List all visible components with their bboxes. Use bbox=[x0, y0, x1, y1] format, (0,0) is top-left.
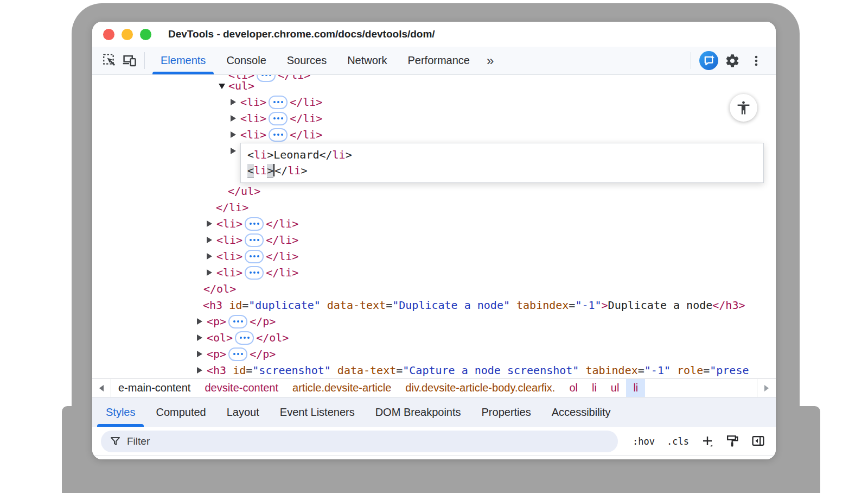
tab-network[interactable]: Network bbox=[337, 47, 397, 74]
breadcrumb-scroll-left-button[interactable] bbox=[92, 379, 111, 397]
code-token: = bbox=[246, 364, 252, 377]
dom-tree-row[interactable]: <li></li> bbox=[92, 232, 776, 248]
collapse-arrow-icon[interactable] bbox=[219, 84, 225, 89]
settings-gear-icon[interactable] bbox=[720, 53, 744, 68]
code-token: </li> bbox=[216, 201, 248, 214]
code-token: <p> bbox=[207, 347, 226, 361]
dom-tree-row[interactable]: </ol> bbox=[92, 281, 776, 297]
rendering-emulation-brush-icon[interactable] bbox=[726, 434, 739, 448]
expand-arrow-icon[interactable] bbox=[207, 253, 212, 260]
code-token: Duplicate a node bbox=[608, 299, 713, 312]
breadcrumb-item[interactable]: li bbox=[585, 379, 604, 397]
dom-tree-row[interactable]: <li></li> bbox=[92, 110, 776, 127]
dom-tree-row[interactable]: </li> bbox=[92, 199, 776, 216]
dom-tree-row[interactable]: <h3 id="screenshot" data-text="Capture a… bbox=[92, 362, 776, 378]
code-token: "screenshot" bbox=[252, 364, 331, 377]
code-token: </ bbox=[319, 148, 332, 161]
code-token: tabindex bbox=[510, 299, 569, 312]
code-token: </li> bbox=[266, 266, 298, 279]
dom-tree-row[interactable]: <p></p> bbox=[92, 313, 776, 330]
breadcrumb-item[interactable]: article.devsite-article bbox=[285, 379, 398, 397]
expand-arrow-icon[interactable] bbox=[197, 334, 202, 341]
expand-arrow-icon[interactable] bbox=[231, 115, 236, 122]
styles-tab-layout[interactable]: Layout bbox=[216, 397, 270, 427]
devtools-window: DevTools - developer.chrome.com/docs/dev… bbox=[92, 22, 776, 459]
zoom-window-button[interactable] bbox=[140, 29, 151, 40]
accessibility-widget-button[interactable] bbox=[730, 94, 757, 122]
toggle-sidebar-icon[interactable] bbox=[751, 434, 765, 448]
breadcrumb-scroll-right-button[interactable] bbox=[757, 379, 776, 397]
expand-arrow-icon[interactable] bbox=[197, 367, 202, 374]
expand-arrow-icon[interactable] bbox=[231, 131, 236, 138]
styles-tab-accessibility[interactable]: Accessibility bbox=[541, 397, 621, 427]
styles-tab-event-listeners[interactable]: Event Listeners bbox=[270, 397, 365, 427]
more-menu-kebab-icon[interactable] bbox=[744, 54, 768, 67]
new-style-rule-plus-icon[interactable] bbox=[701, 435, 714, 448]
dom-tree-row[interactable]: <li></li> bbox=[92, 94, 776, 110]
ellipsis-expand-badge[interactable] bbox=[235, 331, 254, 345]
tab-sources[interactable]: Sources bbox=[277, 47, 337, 74]
more-tabs-icon[interactable]: » bbox=[480, 47, 500, 74]
expand-arrow-icon[interactable] bbox=[197, 318, 202, 325]
expand-arrow-icon[interactable] bbox=[231, 99, 236, 105]
styles-tab-dom-breakpoints[interactable]: DOM Breakpoints bbox=[365, 397, 471, 427]
dom-tree-row[interactable]: <ul> bbox=[92, 78, 776, 94]
chevron-left-icon bbox=[99, 385, 104, 391]
dom-tree-row[interactable]: <li></li> bbox=[92, 216, 776, 232]
element-classes-button[interactable]: .cls bbox=[667, 436, 689, 447]
code-token: li bbox=[333, 148, 346, 161]
elements-dom-tree-panel: <li></li><ul><li></li><li></li><li></li>… bbox=[92, 75, 776, 378]
ellipsis-expand-badge[interactable] bbox=[269, 96, 288, 109]
dom-tree-row[interactable]: <li></li> bbox=[92, 127, 776, 143]
breadcrumb-item[interactable]: div.devsite-article-body.clearfix. bbox=[398, 379, 562, 397]
code-token: <li> bbox=[216, 266, 242, 279]
code-token: tabindex bbox=[579, 364, 637, 377]
minimize-window-button[interactable] bbox=[122, 29, 133, 40]
dom-tree-row[interactable]: <p></p> bbox=[92, 346, 776, 362]
styles-tab-styles[interactable]: Styles bbox=[95, 397, 145, 427]
code-token: <li> bbox=[216, 233, 242, 246]
tab-console[interactable]: Console bbox=[216, 47, 276, 74]
dom-tree-row[interactable]: <li></li> bbox=[92, 264, 776, 281]
ellipsis-expand-badge[interactable] bbox=[245, 217, 264, 231]
toggle-element-state-button[interactable]: :hov bbox=[633, 436, 655, 447]
breadcrumb-item[interactable]: devsite-content bbox=[197, 379, 285, 397]
tab-performance[interactable]: Performance bbox=[398, 47, 481, 74]
edit-as-html-box[interactable]: <li>Leonard</li><li></li> bbox=[240, 143, 764, 183]
filter-input[interactable]: Filter bbox=[101, 431, 618, 452]
toolbar-divider bbox=[691, 52, 691, 69]
tab-elements[interactable]: Elements bbox=[150, 47, 216, 74]
device-toolbar-icon[interactable] bbox=[119, 47, 139, 74]
inspect-element-icon[interactable] bbox=[100, 47, 119, 74]
code-token: > bbox=[267, 148, 273, 161]
edit-box-line: <li>Leonard</li> bbox=[247, 147, 757, 163]
ellipsis-expand-badge[interactable] bbox=[245, 266, 264, 280]
expand-arrow-icon[interactable] bbox=[231, 148, 236, 154]
breadcrumb-item[interactable]: ul bbox=[604, 379, 627, 397]
breadcrumb-item[interactable]: ol bbox=[562, 379, 585, 397]
code-token: <li> bbox=[240, 112, 266, 125]
code-token: < bbox=[247, 164, 254, 178]
expand-arrow-icon[interactable] bbox=[197, 351, 202, 357]
breadcrumb-item[interactable]: li bbox=[626, 379, 645, 397]
dom-tree-row[interactable]: <ol></ol> bbox=[92, 330, 776, 346]
dom-tree-row[interactable]: <li></li> bbox=[92, 248, 776, 264]
styles-tab-properties[interactable]: Properties bbox=[471, 397, 541, 427]
ai-assistance-icon[interactable] bbox=[697, 50, 720, 71]
expand-arrow-icon[interactable] bbox=[207, 269, 212, 276]
close-window-button[interactable] bbox=[103, 29, 114, 40]
ellipsis-expand-badge[interactable] bbox=[228, 347, 247, 361]
ellipsis-expand-badge[interactable] bbox=[269, 128, 288, 142]
window-footer-strip bbox=[92, 456, 776, 459]
breadcrumb-item[interactable]: e-main-content bbox=[111, 379, 197, 397]
expand-arrow-icon[interactable] bbox=[207, 220, 212, 227]
ellipsis-expand-badge[interactable] bbox=[228, 315, 247, 328]
dom-tree-row[interactable]: <h3 id="duplicate" data-text="Duplicate … bbox=[92, 297, 776, 313]
ellipsis-expand-badge[interactable] bbox=[245, 233, 264, 247]
filter-funnel-icon bbox=[110, 435, 122, 447]
expand-arrow-icon[interactable] bbox=[207, 237, 212, 243]
ellipsis-expand-badge[interactable] bbox=[245, 250, 264, 263]
dom-tree-row[interactable]: </ul> bbox=[92, 183, 776, 199]
ellipsis-expand-badge[interactable] bbox=[269, 112, 288, 125]
styles-tab-computed[interactable]: Computed bbox=[145, 397, 216, 427]
